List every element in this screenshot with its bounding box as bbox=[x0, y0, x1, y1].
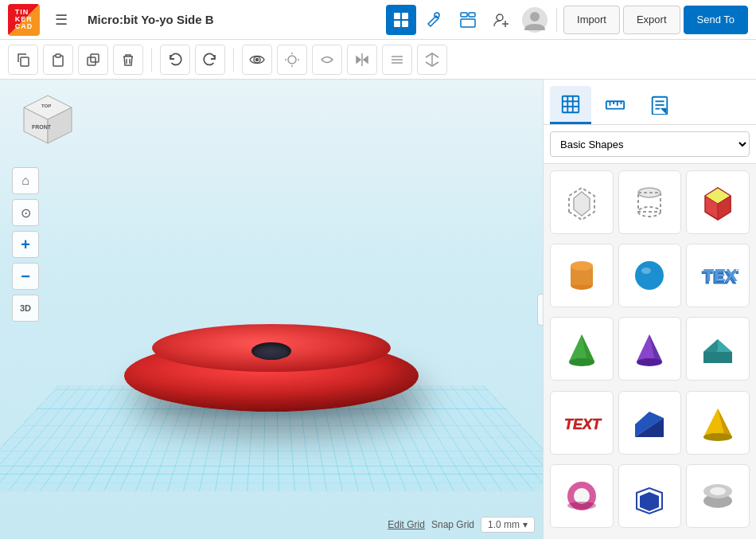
redo-button[interactable] bbox=[195, 45, 225, 75]
paste-button[interactable] bbox=[43, 45, 73, 75]
add-user-button[interactable] bbox=[486, 5, 516, 35]
svg-point-71 bbox=[637, 358, 662, 366]
grid-tab-icon bbox=[560, 94, 581, 115]
snap-icon bbox=[318, 51, 336, 68]
shape-category-selector: Basic Shapes bbox=[544, 125, 756, 164]
svg-point-8 bbox=[497, 14, 503, 21]
light-button[interactable] bbox=[277, 45, 307, 75]
svg-rect-37 bbox=[563, 96, 579, 111]
tools-button[interactable] bbox=[419, 5, 450, 35]
document-title: Micro:bit Yo-yo Side B bbox=[88, 13, 380, 26]
view-cube[interactable]: FRONT TOP bbox=[16, 92, 80, 155]
svg-marker-74 bbox=[703, 352, 732, 363]
svg-point-55 bbox=[638, 188, 661, 197]
tab-ruler[interactable] bbox=[594, 86, 636, 124]
svg-point-84 bbox=[567, 502, 596, 510]
svg-text:TEXT: TEXT bbox=[564, 416, 602, 432]
import-button[interactable]: Import bbox=[563, 6, 620, 34]
notes-tab-icon bbox=[649, 94, 670, 115]
tab-notes[interactable] bbox=[639, 86, 680, 124]
yoyo-hole bbox=[251, 342, 291, 360]
topbar: TINKERCAD ☰ Micro:bit Yo-yo Side B bbox=[0, 0, 756, 40]
main-area: FRONT TOP ⌂ ⊙ + − 3D › Edit Grid Snap Gr… bbox=[0, 80, 756, 539]
shape-text-word[interactable]: TEXT bbox=[550, 391, 614, 455]
svg-rect-15 bbox=[56, 54, 60, 57]
svg-point-81 bbox=[703, 433, 732, 441]
mirror-icon bbox=[353, 51, 371, 68]
zoom-in-button[interactable]: + bbox=[12, 231, 39, 258]
shape-cylinder-hole[interactable] bbox=[618, 170, 682, 234]
duplicate-button[interactable] bbox=[78, 45, 108, 75]
zoom-out-button[interactable]: − bbox=[12, 263, 39, 290]
components-icon bbox=[459, 11, 477, 29]
shape-pyramid-green[interactable] bbox=[550, 317, 614, 381]
svg-text:TEXT: TEXT bbox=[703, 265, 738, 285]
left-controls: ⌂ ⊙ + − 3D bbox=[12, 167, 39, 322]
mirror-button[interactable] bbox=[347, 45, 377, 75]
bottom-controls: Edit Grid Snap Grid 1.0 mm ▾ bbox=[388, 517, 535, 533]
copy-button[interactable] bbox=[8, 45, 38, 75]
viewport[interactable]: FRONT TOP ⌂ ⊙ + − 3D › Edit Grid Snap Gr… bbox=[0, 80, 543, 539]
avatar-icon bbox=[521, 6, 548, 33]
svg-rect-1 bbox=[402, 13, 408, 19]
shape-text3d[interactable]: TEXT TEXT bbox=[686, 244, 750, 307]
undo-icon bbox=[167, 52, 183, 68]
light-icon bbox=[283, 51, 301, 68]
shape-pyramid-yellow[interactable] bbox=[686, 391, 750, 455]
svg-text:FRONT: FRONT bbox=[32, 124, 52, 130]
shape-wedge[interactable] bbox=[618, 391, 682, 455]
align-icon bbox=[388, 51, 406, 68]
svg-text:TOP: TOP bbox=[41, 104, 51, 108]
grid-view-icon bbox=[393, 12, 409, 28]
export-button[interactable]: Export bbox=[623, 6, 680, 34]
toolbar-divider-1 bbox=[151, 48, 152, 72]
svg-rect-5 bbox=[461, 13, 467, 17]
tools-icon bbox=[426, 11, 443, 29]
view-cube-svg: FRONT TOP bbox=[16, 92, 80, 155]
shape-ring1[interactable] bbox=[550, 464, 614, 528]
tab-grid[interactable] bbox=[550, 86, 591, 124]
user-avatar-button[interactable] bbox=[520, 5, 550, 35]
menu-button[interactable]: ☰ bbox=[46, 5, 76, 35]
panel-toggle-button[interactable]: › bbox=[537, 294, 543, 326]
shape-ring3[interactable] bbox=[686, 464, 750, 528]
flip-icon bbox=[423, 51, 441, 68]
flip-button[interactable] bbox=[417, 45, 447, 75]
snap-grid-value[interactable]: 1.0 mm ▾ bbox=[481, 517, 535, 533]
shape-roof-teal[interactable] bbox=[686, 317, 750, 381]
fit-view-button[interactable]: ⊙ bbox=[12, 199, 39, 226]
svg-rect-17 bbox=[91, 54, 99, 62]
align-button[interactable] bbox=[382, 45, 412, 75]
svg-point-68 bbox=[569, 358, 594, 366]
shape-box[interactable] bbox=[686, 170, 750, 234]
svg-rect-6 bbox=[469, 13, 475, 17]
redo-icon bbox=[202, 52, 218, 68]
svg-point-20 bbox=[288, 56, 296, 64]
snap-button[interactable] bbox=[312, 45, 342, 75]
grid-view-button[interactable] bbox=[386, 5, 416, 35]
svg-point-19 bbox=[256, 58, 259, 61]
send-to-button[interactable]: Send To bbox=[684, 6, 748, 34]
3d-view-button[interactable]: 3D bbox=[12, 295, 39, 322]
components-button[interactable] bbox=[453, 5, 483, 35]
svg-marker-86 bbox=[640, 492, 659, 511]
delete-icon bbox=[120, 52, 136, 68]
svg-rect-7 bbox=[461, 19, 475, 27]
edit-toolbar bbox=[0, 40, 756, 80]
delete-button[interactable] bbox=[113, 45, 143, 75]
shape-sphere[interactable] bbox=[618, 244, 682, 307]
edit-grid-link[interactable]: Edit Grid bbox=[388, 519, 425, 530]
svg-rect-2 bbox=[394, 21, 400, 27]
shape-category-dropdown[interactable]: Basic Shapes bbox=[550, 131, 750, 157]
shape-box-hole[interactable] bbox=[550, 170, 614, 234]
shape-cylinder[interactable] bbox=[550, 244, 614, 307]
copy-icon bbox=[15, 52, 31, 68]
view-home-button[interactable] bbox=[242, 45, 272, 75]
shape-cone-purple[interactable] bbox=[618, 317, 682, 381]
panel-tabs bbox=[544, 80, 756, 125]
svg-marker-27 bbox=[364, 57, 368, 63]
undo-button[interactable] bbox=[160, 45, 190, 75]
home-view-button[interactable]: ⌂ bbox=[12, 167, 39, 194]
svg-rect-16 bbox=[88, 57, 95, 65]
shape-ring2[interactable] bbox=[618, 464, 682, 528]
